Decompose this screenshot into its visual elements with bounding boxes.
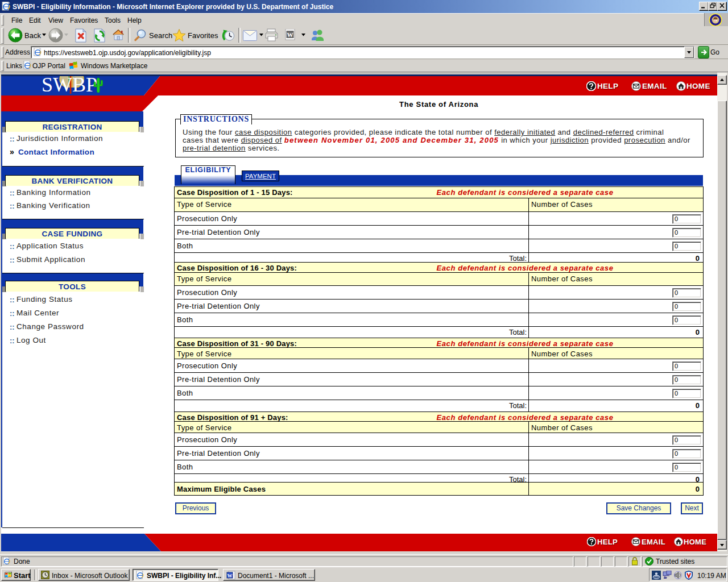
svg-text:W: W (228, 573, 233, 579)
svg-text:SWBP: SWBP (42, 73, 97, 96)
svg-text:W: W (287, 31, 293, 38)
